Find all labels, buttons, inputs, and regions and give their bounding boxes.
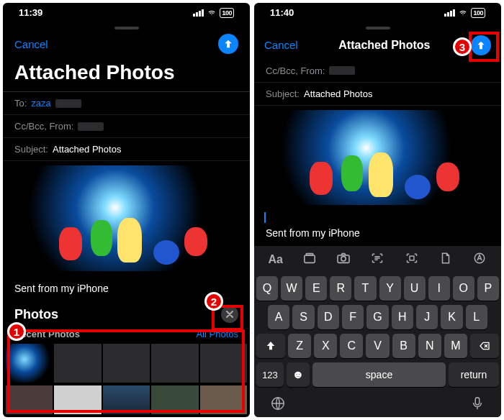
scan-text-icon[interactable]	[366, 252, 388, 267]
photo-thumbnails	[3, 342, 250, 385]
key-shift[interactable]	[256, 334, 285, 358]
attach-file-icon[interactable]	[435, 252, 456, 268]
key-123[interactable]: 123	[256, 362, 284, 387]
photos-title: Photos	[14, 307, 58, 322]
camera-icon[interactable]	[333, 252, 354, 267]
thumb-photo-3[interactable]	[103, 344, 150, 383]
key-b[interactable]: B	[392, 334, 415, 358]
to-label: To:	[14, 98, 27, 109]
key-p[interactable]: P	[477, 276, 499, 301]
signature: Sent from my iPhone	[254, 223, 501, 246]
subject-label: Subject:	[266, 88, 300, 99]
nav-row: Cancel Attached Photos	[254, 31, 501, 60]
key-u[interactable]: U	[404, 276, 426, 301]
key-y[interactable]: Y	[379, 276, 401, 301]
thumb-photo-5[interactable]	[200, 344, 247, 383]
thumb-photo-10[interactable]	[200, 385, 247, 414]
battery-icon: 100	[220, 8, 234, 18]
key-o[interactable]: O	[453, 276, 474, 301]
format-text-button[interactable]: Aa	[265, 253, 287, 266]
phone-left: 11:39 100 Cancel Attached Photos To: zaz…	[3, 3, 250, 417]
close-photos-button[interactable]	[221, 306, 238, 323]
cc-field[interactable]: Cc/Bcc, From:	[3, 115, 250, 138]
status-bar: 11:39 100	[3, 3, 250, 22]
key-x[interactable]: X	[314, 334, 337, 358]
recent-photos-label: Recent Photos	[14, 329, 80, 339]
cancel-button[interactable]: Cancel	[264, 39, 298, 51]
sheet-handle[interactable]	[114, 27, 139, 29]
all-photos-button[interactable]: All Photos	[196, 329, 238, 339]
key-h[interactable]: H	[392, 305, 413, 329]
key-w[interactable]: W	[281, 276, 302, 301]
nav-row: Cancel	[3, 31, 250, 58]
status-time: 11:40	[270, 7, 294, 18]
recent-photos-row: Recent Photos All Photos	[3, 327, 250, 342]
cc-redacted	[78, 122, 104, 131]
attached-image[interactable]	[14, 165, 238, 271]
thumb-photo-9[interactable]	[151, 385, 198, 414]
key-v[interactable]: V	[366, 334, 389, 358]
key-j[interactable]: J	[416, 305, 438, 329]
keyboard: Q W E R T Y U I O P A S D F G H J K L Z …	[254, 273, 501, 391]
cc-redacted	[329, 66, 355, 75]
key-l[interactable]: L	[466, 305, 487, 329]
to-field[interactable]: To: zaza	[3, 92, 250, 115]
photos-section-header: Photos	[3, 301, 250, 327]
arrow-up-icon	[222, 38, 234, 50]
cancel-button[interactable]: Cancel	[14, 38, 48, 50]
key-backspace[interactable]	[470, 334, 499, 358]
send-button[interactable]	[471, 35, 491, 55]
status-time: 11:39	[19, 7, 42, 18]
mic-icon[interactable]	[469, 396, 485, 414]
wifi-icon	[207, 9, 217, 17]
key-i[interactable]: I	[428, 276, 450, 301]
markup-icon[interactable]	[469, 252, 490, 268]
thumb-photo-1[interactable]	[6, 344, 53, 383]
key-n[interactable]: N	[418, 334, 441, 358]
subject-field[interactable]: Subject: Attached Photos	[3, 138, 250, 161]
send-button[interactable]	[218, 34, 238, 54]
key-emoji[interactable]: ☻	[287, 362, 310, 387]
key-space[interactable]: space	[312, 362, 446, 387]
scan-document-icon[interactable]	[401, 252, 423, 267]
key-r[interactable]: R	[330, 276, 351, 301]
key-t[interactable]: T	[354, 276, 376, 301]
thumb-photo-6[interactable]	[6, 385, 53, 414]
signature: Sent from my iPhone	[3, 275, 250, 301]
to-value: zaza	[31, 98, 50, 109]
page-title: Attached Photos	[3, 58, 250, 91]
subject-label: Subject:	[14, 144, 48, 155]
key-m[interactable]: M	[444, 334, 467, 358]
key-k[interactable]: K	[441, 305, 462, 329]
keyboard-row-3: Z X C V B N M	[256, 334, 499, 358]
key-g[interactable]: G	[366, 305, 388, 329]
key-d[interactable]: D	[318, 305, 339, 329]
thumb-photo-8[interactable]	[103, 385, 150, 414]
signal-icon	[193, 9, 204, 17]
cc-field[interactable]: Cc/Bcc, From:	[254, 60, 501, 83]
svg-rect-4	[410, 256, 414, 260]
photo-library-icon[interactable]	[299, 252, 320, 267]
thumb-photo-2[interactable]	[54, 344, 101, 383]
key-c[interactable]: C	[340, 334, 363, 358]
wifi-icon	[458, 9, 468, 17]
photo-thumbnails-2	[3, 385, 250, 417]
subject-field[interactable]: Subject: Attached Photos	[254, 83, 501, 106]
sheet-handle[interactable]	[366, 27, 390, 29]
key-f[interactable]: F	[342, 305, 364, 329]
key-s[interactable]: S	[292, 305, 314, 329]
key-a[interactable]: A	[268, 305, 289, 329]
key-e[interactable]: E	[305, 276, 327, 301]
key-return[interactable]: return	[449, 362, 499, 387]
phone-right: 11:40 100 Cancel Attached Photos Cc/Bcc,…	[254, 3, 501, 417]
attached-image[interactable]	[264, 110, 491, 205]
text-cursor	[264, 212, 266, 223]
key-z[interactable]: Z	[288, 334, 311, 358]
svg-point-3	[341, 257, 346, 261]
page-title: Attached Photos	[298, 39, 471, 52]
thumb-photo-4[interactable]	[151, 344, 198, 383]
keyboard-bottom-bar	[254, 391, 501, 417]
key-q[interactable]: Q	[256, 276, 278, 301]
thumb-photo-7[interactable]	[54, 385, 101, 414]
globe-icon[interactable]	[270, 396, 286, 414]
